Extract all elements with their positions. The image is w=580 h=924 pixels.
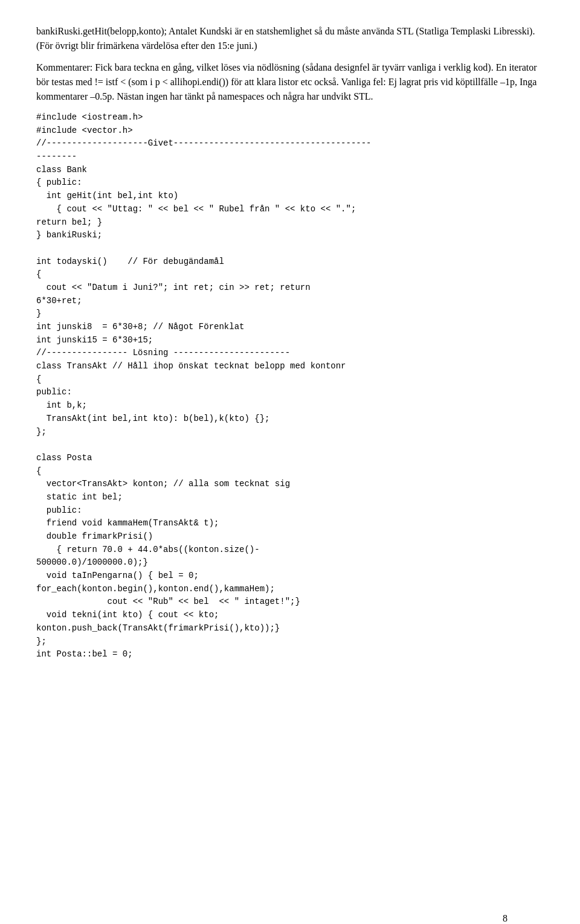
code-block: #include <iostream.h> #include <vector.h… bbox=[36, 111, 544, 661]
paragraph-1: bankiRuski.getHit(belopp,konto); Antalet… bbox=[36, 24, 544, 53]
page-wrapper: bankiRuski.getHit(belopp,konto); Antalet… bbox=[36, 24, 544, 924]
page-content: bankiRuski.getHit(belopp,konto); Antalet… bbox=[36, 24, 544, 661]
paragraph-2: Kommentarer: Fick bara teckna en gång, v… bbox=[36, 60, 544, 104]
page-number: 8 bbox=[503, 913, 507, 924]
